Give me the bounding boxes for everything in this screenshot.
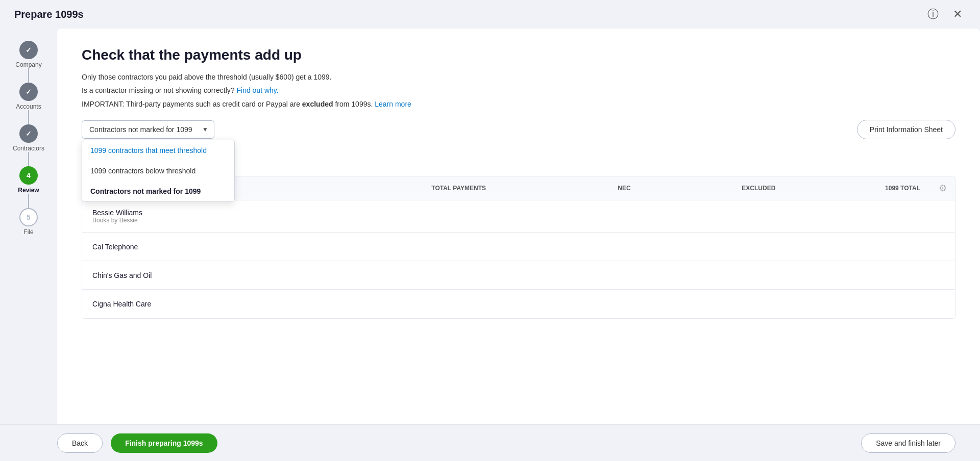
bottom-bar-left: Back Finish preparing 1099s (57, 433, 217, 453)
sidebar-item-company: ✓ Company (0, 41, 57, 68)
table-row: Chin's Gas and Oil (82, 261, 955, 290)
dropdown-option-not-marked[interactable]: Contractors not marked for 1099 (82, 181, 234, 201)
step-connector-3 (28, 152, 29, 166)
bottom-bar: Back Finish preparing 1099s Save and fin… (0, 424, 980, 461)
top-bar-actions: ⓘ ✕ (925, 6, 966, 22)
learn-more-link[interactable]: Learn more (375, 100, 411, 108)
sidebar-item-contractors: ✓ Contractors (0, 124, 57, 152)
col-header-1099-total: 1099 TOTAL (786, 178, 930, 198)
contractor-name-3: Cigna Health Care (92, 300, 151, 308)
table-cell-1099total-3 (784, 296, 928, 312)
table-cell-excluded-0 (640, 208, 784, 224)
sidebar: ✓ Company ✓ Accounts ✓ Contractors 4 Rev… (0, 29, 57, 461)
table-cell-nec-3 (495, 296, 640, 312)
main-layout: ✓ Company ✓ Accounts ✓ Contractors 4 Rev… (0, 29, 980, 461)
step-label-company: Company (15, 61, 41, 68)
step-label-review: Review (18, 187, 39, 194)
table-cell-total-3 (351, 296, 495, 312)
step-label-accounts: Accounts (16, 103, 41, 110)
table-cell-total-0 (351, 208, 495, 224)
main-title: Check that the payments add up (82, 47, 955, 63)
table-cell-nec-2 (495, 267, 640, 284)
help-icon: ⓘ (927, 7, 939, 22)
gear-icon: ⚙ (939, 183, 947, 194)
main-content: Check that the payments add up Only thos… (57, 29, 980, 461)
table-cell-1099total-0 (784, 208, 928, 224)
table-row: Cigna Health Care (82, 290, 955, 318)
desc-line-2: Is a contractor missing or not showing c… (82, 85, 955, 96)
finish-preparing-button[interactable]: Finish preparing 1099s (111, 433, 217, 453)
step-circle-file: 5 (19, 208, 38, 226)
sidebar-item-review: 4 Review (0, 166, 57, 194)
top-bar: Prepare 1099s ⓘ ✕ (0, 0, 980, 29)
back-button[interactable]: Back (57, 433, 103, 453)
table-cell-name-2: Chin's Gas and Oil (82, 263, 351, 288)
filter-dropdown-selected[interactable]: Contractors not marked for 1099 (82, 120, 214, 139)
save-finish-later-button[interactable]: Save and finish later (861, 433, 955, 453)
table-cell-nec-1 (495, 239, 640, 255)
table-cell-1099total-1 (784, 239, 928, 255)
step-circle-review: 4 (19, 166, 38, 185)
table-cell-name-0: Bessie Williams Books by Bessie (82, 200, 351, 232)
sidebar-item-file: 5 File (0, 208, 57, 236)
step-circle-company: ✓ (19, 41, 38, 59)
table-cell-name-1: Cal Telephone (82, 235, 351, 259)
close-button[interactable]: ✕ (949, 6, 966, 22)
table-row: Cal Telephone (82, 233, 955, 261)
dropdown-option-below-threshold[interactable]: 1099 contractors below threshold (82, 161, 234, 181)
close-icon: ✕ (953, 8, 962, 21)
table-cell-excluded-3 (640, 296, 784, 312)
desc-line-1: Only those contractors you paid above th… (82, 71, 955, 83)
table-cell-1099total-2 (784, 267, 928, 284)
print-info-sheet-button[interactable]: Print Information Sheet (857, 120, 955, 139)
desc-line-3: IMPORTANT: Third-party payments such as … (82, 98, 955, 110)
find-out-why-link[interactable]: Find out why. (236, 86, 278, 94)
step-connector-2 (28, 110, 29, 124)
help-button[interactable]: ⓘ (925, 6, 941, 22)
table-cell-excluded-2 (640, 267, 784, 284)
col-header-nec: NEC (496, 178, 641, 198)
step-circle-accounts: ✓ (19, 83, 38, 101)
table-row: Bessie Williams Books by Bessie (82, 200, 955, 233)
toolbar-row: Contractors not marked for 1099 ▼ 1099 c… (82, 120, 955, 139)
table-cell-nec-0 (495, 208, 640, 224)
col-header-excluded: EXCLUDED (641, 178, 786, 198)
contractor-name-0: Bessie Williams (92, 209, 340, 217)
page-title: Prepare 1099s (14, 9, 84, 20)
step-label-contractors: Contractors (13, 145, 44, 152)
contractor-sub-0: Books by Bessie (92, 217, 340, 224)
filter-dropdown-container: Contractors not marked for 1099 ▼ 1099 c… (82, 120, 214, 139)
step-label-file: File (23, 228, 33, 236)
table-cell-total-1 (351, 239, 495, 255)
step-circle-contractors: ✓ (19, 124, 38, 143)
table-settings[interactable]: ⚙ (930, 176, 955, 200)
dropdown-option-meet-threshold[interactable]: 1099 contractors that meet threshold (82, 140, 234, 161)
table-cell-name-3: Cigna Health Care (82, 292, 351, 316)
contractor-name-2: Chin's Gas and Oil (92, 271, 152, 279)
sidebar-item-accounts: ✓ Accounts (0, 83, 57, 110)
step-connector-1 (28, 68, 29, 83)
col-header-total-payments: TOTAL PAYMENTS (351, 178, 496, 198)
contractor-name-1: Cal Telephone (92, 243, 138, 251)
table-cell-excluded-1 (640, 239, 784, 255)
step-connector-4 (28, 194, 29, 208)
filter-dropdown-menu: 1099 contractors that meet threshold 109… (82, 140, 235, 202)
table-cell-total-2 (351, 267, 495, 284)
